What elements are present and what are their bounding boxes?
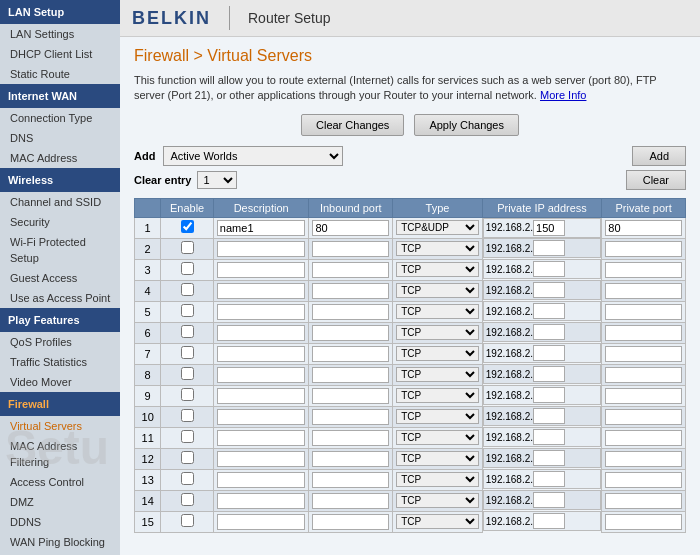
sidebar-item-wifi-protected[interactable]: Wi-Fi Protected Setup: [0, 232, 120, 268]
row-private-port[interactable]: [602, 322, 686, 343]
private-ip-last-input[interactable]: [533, 366, 565, 382]
row-enable[interactable]: [161, 259, 214, 280]
inbound-port-input[interactable]: [312, 493, 389, 509]
sidebar-item-channel-ssid[interactable]: Channel and SSID: [0, 192, 120, 212]
row-type[interactable]: TCPUDPTCP&UDPBoth: [393, 364, 483, 385]
row-inbound-port[interactable]: [309, 280, 393, 301]
row-inbound-port[interactable]: [309, 259, 393, 280]
row-private-port[interactable]: [602, 490, 686, 511]
type-select[interactable]: TCPUDPTCP&UDPBoth: [396, 220, 479, 235]
private-port-input[interactable]: [605, 430, 682, 446]
private-ip-last-input[interactable]: [533, 492, 565, 508]
sidebar-firewall[interactable]: Firewall: [0, 392, 120, 416]
enable-checkbox[interactable]: [181, 430, 194, 443]
enable-checkbox[interactable]: [181, 346, 194, 359]
row-private-ip[interactable]: 192.168.2.: [483, 448, 602, 468]
row-private-port[interactable]: [602, 343, 686, 364]
inbound-port-input[interactable]: [312, 304, 389, 320]
description-input[interactable]: [217, 388, 306, 404]
row-inbound-port[interactable]: [309, 217, 393, 238]
enable-checkbox[interactable]: [181, 472, 194, 485]
row-private-ip[interactable]: 192.168.2.: [483, 259, 602, 279]
row-enable[interactable]: [161, 301, 214, 322]
row-private-ip[interactable]: 192.168.2.: [483, 322, 602, 342]
description-input[interactable]: [217, 262, 306, 278]
row-private-ip[interactable]: 192.168.2.: [483, 238, 602, 258]
row-description[interactable]: [213, 406, 309, 427]
sidebar-lan-setup[interactable]: LAN Setup: [0, 0, 120, 24]
row-private-ip[interactable]: 192.168.2.: [483, 218, 602, 238]
row-description[interactable]: [213, 301, 309, 322]
type-select[interactable]: TCPUDPTCP&UDPBoth: [396, 262, 479, 277]
type-select[interactable]: TCPUDPTCP&UDPBoth: [396, 325, 479, 340]
description-input[interactable]: [217, 367, 306, 383]
row-description[interactable]: [213, 343, 309, 364]
private-port-input[interactable]: [605, 262, 682, 278]
enable-checkbox[interactable]: [181, 220, 194, 233]
private-ip-last-input[interactable]: [533, 240, 565, 256]
row-private-ip[interactable]: 192.168.2.: [483, 385, 602, 405]
row-private-port[interactable]: [602, 259, 686, 280]
row-private-ip[interactable]: 192.168.2.: [483, 406, 602, 426]
row-description[interactable]: [213, 322, 309, 343]
row-description[interactable]: [213, 511, 309, 532]
sidebar-play-features[interactable]: Play Features: [0, 308, 120, 332]
private-ip-last-input[interactable]: [533, 303, 565, 319]
row-private-port[interactable]: [602, 385, 686, 406]
inbound-port-input[interactable]: [312, 472, 389, 488]
private-ip-last-input[interactable]: [533, 282, 565, 298]
row-description[interactable]: [213, 427, 309, 448]
row-private-port[interactable]: [602, 280, 686, 301]
row-private-ip[interactable]: 192.168.2.: [483, 427, 602, 447]
row-type[interactable]: TCPUDPTCP&UDPBoth: [393, 217, 483, 238]
row-type[interactable]: TCPUDPTCP&UDPBoth: [393, 343, 483, 364]
sidebar-item-traffic[interactable]: Traffic Statistics: [0, 352, 120, 372]
inbound-port-input[interactable]: [312, 388, 389, 404]
row-type[interactable]: TCPUDPTCP&UDPBoth: [393, 385, 483, 406]
inbound-port-input[interactable]: [312, 367, 389, 383]
add-button[interactable]: Add: [632, 146, 686, 166]
row-private-port[interactable]: [602, 469, 686, 490]
row-private-port[interactable]: [602, 301, 686, 322]
row-enable[interactable]: [161, 490, 214, 511]
sidebar-internet-wan[interactable]: Internet WAN: [0, 84, 120, 108]
sidebar-item-qos[interactable]: QoS Profiles: [0, 332, 120, 352]
row-private-ip[interactable]: 192.168.2.: [483, 364, 602, 384]
sidebar-item-ddns[interactable]: DDNS: [0, 512, 120, 532]
row-type[interactable]: TCPUDPTCP&UDPBoth: [393, 469, 483, 490]
row-private-port[interactable]: [602, 238, 686, 259]
type-select[interactable]: TCPUDPTCP&UDPBoth: [396, 241, 479, 256]
inbound-port-input[interactable]: [312, 220, 389, 236]
row-private-ip[interactable]: 192.168.2.: [483, 280, 602, 300]
sidebar-item-lan-settings[interactable]: LAN Settings: [0, 24, 120, 44]
private-port-input[interactable]: [605, 514, 682, 530]
sidebar-item-mac-filtering[interactable]: MAC Address Filtering: [0, 436, 120, 472]
private-port-input[interactable]: [605, 325, 682, 341]
type-select[interactable]: TCPUDPTCP&UDPBoth: [396, 304, 479, 319]
description-input[interactable]: [217, 283, 306, 299]
row-type[interactable]: TCPUDPTCP&UDPBoth: [393, 427, 483, 448]
add-select[interactable]: Active Worlds: [163, 146, 343, 166]
sidebar-item-wan-ping[interactable]: WAN Ping Blocking: [0, 532, 120, 552]
private-ip-last-input[interactable]: [533, 429, 565, 445]
description-input[interactable]: [217, 409, 306, 425]
inbound-port-input[interactable]: [312, 451, 389, 467]
sidebar-item-dhcp[interactable]: DHCP Client List: [0, 44, 120, 64]
private-port-input[interactable]: [605, 241, 682, 257]
row-private-ip[interactable]: 192.168.2.: [483, 343, 602, 363]
row-type[interactable]: TCPUDPTCP&UDPBoth: [393, 259, 483, 280]
private-port-input[interactable]: [605, 472, 682, 488]
row-enable[interactable]: [161, 343, 214, 364]
inbound-port-input[interactable]: [312, 430, 389, 446]
row-inbound-port[interactable]: [309, 469, 393, 490]
row-type[interactable]: TCPUDPTCP&UDPBoth: [393, 238, 483, 259]
row-description[interactable]: [213, 238, 309, 259]
row-enable[interactable]: [161, 322, 214, 343]
row-type[interactable]: TCPUDPTCP&UDPBoth: [393, 322, 483, 343]
enable-checkbox[interactable]: [181, 493, 194, 506]
row-inbound-port[interactable]: [309, 343, 393, 364]
description-input[interactable]: [217, 241, 306, 257]
private-ip-last-input[interactable]: [533, 408, 565, 424]
row-enable[interactable]: [161, 469, 214, 490]
inbound-port-input[interactable]: [312, 262, 389, 278]
